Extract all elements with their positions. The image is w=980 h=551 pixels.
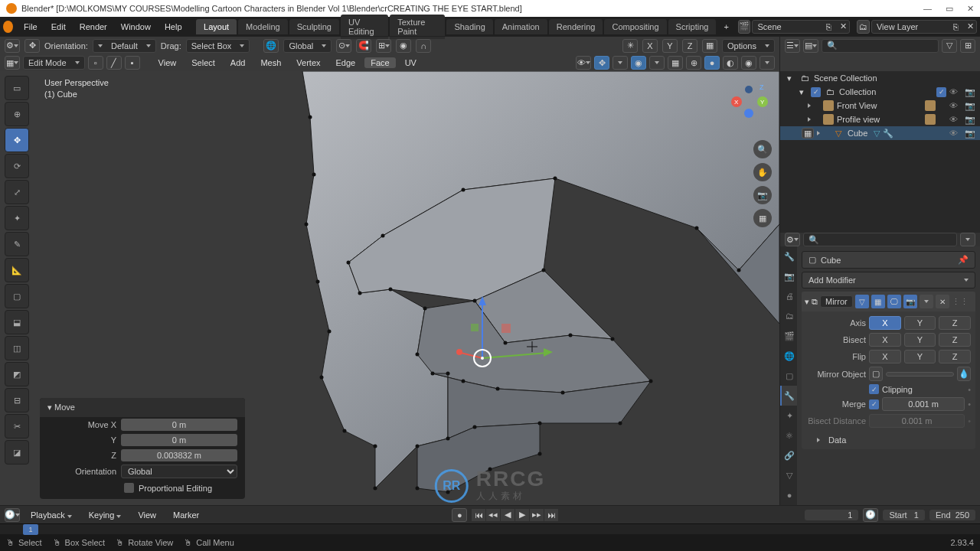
workspace-add-icon[interactable]: + [717,19,734,34]
timeline-playback[interactable]: Playback [24,510,78,520]
next-key-icon[interactable]: ▸▸ [530,509,544,521]
outliner-collection[interactable]: ▾✓🗀Collection ✓👁📷 [780,85,980,99]
timeline-editor-icon[interactable]: 🕐 [5,508,20,522]
autokey-icon[interactable]: ● [452,508,467,522]
transform-orient-dropdown[interactable]: Global [283,39,332,53]
timeline-marker[interactable]: Marker [167,510,205,520]
proportional-edit-icon[interactable]: ◉ [396,39,411,53]
play-icon[interactable]: ▶ [515,509,529,521]
editor-type-icon[interactable]: ▦ [5,56,20,70]
tab-render[interactable]: 📷 [780,266,797,286]
tab-material[interactable]: ● [780,485,797,505]
tool-transform[interactable]: ✦ [5,206,29,230]
mod-editmode-icon[interactable]: ▽ [855,295,869,308]
orientation-select[interactable]: Global [121,465,237,478]
tool-cursor[interactable]: ⊕ [5,102,29,126]
menu-help[interactable]: Help [158,19,188,34]
tool-polybuild[interactable]: ◪ [5,440,29,465]
gizmo-options-icon[interactable] [612,56,628,70]
viewlayer-delete-icon[interactable]: ✕ [962,21,976,31]
merge-checkbox[interactable]: ✓ [869,399,879,409]
properties-search[interactable]: 🔍 [803,233,957,246]
vertex-select-icon[interactable]: ▫ [88,56,103,70]
mode-dropdown[interactable]: Edit Mode [23,56,85,70]
tab-physics[interactable]: ⚛ [780,425,797,445]
correct-face-icon[interactable]: ▦ [702,39,717,53]
modifier-name[interactable]: Mirror [820,295,853,308]
orientation-dropdown[interactable]: Default [93,39,156,53]
close-icon[interactable]: ✕ [967,4,974,14]
zoom-icon[interactable]: 🔍 [753,140,772,158]
outliner-item-frontview[interactable]: Front View 👁📷 [780,99,980,112]
minimize-icon[interactable]: — [923,4,932,14]
workspace-texpaint[interactable]: Texture Paint [390,15,445,39]
flip-z-button[interactable]: Z [939,350,971,364]
scene-new-icon[interactable]: ⎘ [822,22,835,31]
collection-enable-checkbox[interactable]: ✓ [811,87,821,97]
mod-cage-icon[interactable]: ▦ [871,295,885,308]
mod-delete-icon[interactable]: ✕ [936,295,949,308]
tab-modifier[interactable]: 🔧 [780,386,797,406]
axis-z-button[interactable]: Z [939,316,971,330]
add-modifier-button[interactable]: Add Modifier [802,272,975,289]
move-x-value[interactable]: 0 m [121,419,237,431]
viewlayer-browse-icon[interactable]: 🗂 [857,20,870,34]
eyedropper-icon[interactable]: 💧 [957,367,971,381]
operator-panel-header[interactable]: ▾ Move [40,398,245,417]
tool-add-cube[interactable]: ▢ [5,284,29,308]
persp-toggle-icon[interactable]: ▦ [753,209,772,227]
tool-settings-icon[interactable]: ⚙ [5,39,20,53]
outliner-mode-icon[interactable]: ▦ [802,128,814,139]
menu-render[interactable]: Render [74,19,113,34]
mod-render-icon[interactable]: 📷 [903,295,917,308]
menu-view[interactable]: View [152,57,183,68]
menu-file[interactable]: File [18,19,44,34]
timeline-view[interactable]: View [132,510,162,520]
tool-rotate[interactable]: ⟳ [5,154,29,178]
mod-extra-icon[interactable] [920,295,933,308]
scene-delete-icon[interactable]: ✕ [835,21,849,31]
workspace-modeling[interactable]: Modeling [238,19,288,34]
menu-edge[interactable]: Edge [330,57,362,68]
edge-select-icon[interactable]: ╱ [106,56,122,70]
xray-toggle-icon[interactable]: ▦ [668,56,683,70]
mesh-automerge-icon[interactable]: ✳ [622,39,638,53]
tool-move[interactable]: ✥ [5,128,29,152]
transform-orient-icon[interactable]: 🌐 [263,39,279,53]
playhead[interactable]: 1 [23,524,38,535]
camera-filter-icon[interactable]: 📷 [965,87,977,97]
data-subpanel-label[interactable]: Data [828,435,846,445]
timeline-track[interactable]: 1 [0,523,980,534]
outliner[interactable]: ▾🗀Scene Collection ▾✓🗀Collection ✓👁📷 Fro… [780,71,980,233]
bisect-y-button[interactable]: Y [904,333,936,347]
end-frame[interactable]: End 250 [929,510,975,520]
workspace-rendering[interactable]: Rendering [549,19,603,34]
shading-wireframe-icon[interactable]: ⊕ [686,56,701,70]
shading-options-icon[interactable] [760,56,775,70]
move-y-value[interactable]: 0 m [121,434,237,446]
scene-selector[interactable]: Scene ⎘ ✕ [752,20,850,34]
overlay-options-icon[interactable] [649,56,665,70]
start-frame[interactable]: Start 1 [883,510,925,520]
menu-face[interactable]: Face [364,57,395,68]
play-reverse-icon[interactable]: ◀ [501,509,514,521]
pin-icon[interactable]: 📌 [958,255,969,265]
shading-solid-icon[interactable]: ● [704,56,720,70]
snap-options-icon[interactable]: ⊞ [376,39,391,53]
tool-annotate[interactable]: ✎ [5,232,29,256]
outliner-item-cube[interactable]: ▦▽Cube ▽🔧 👁📷 [780,126,980,140]
drag-icon[interactable]: ✥ [24,39,40,53]
workspace-layout[interactable]: Layout [196,19,237,34]
object-datablock[interactable]: ▢Cube📌 [802,251,975,269]
outliner-editor-icon[interactable]: ☰ [785,39,800,53]
mod-drag-icon[interactable]: ⋮⋮ [952,297,969,307]
viewlayer-new-icon[interactable]: ⎘ [949,22,962,31]
mod-viewport-icon[interactable]: 🖵 [887,295,901,308]
bisect-x-button[interactable]: X [869,333,901,347]
snap-z-button[interactable]: Z [682,39,697,53]
tab-viewlayer[interactable]: 🗂 [780,306,797,326]
blender-logo-icon[interactable] [3,21,13,33]
menu-vertex[interactable]: Vertex [290,57,326,68]
menu-add[interactable]: Add [224,57,252,68]
scene-browse-icon[interactable]: 🎬 [738,20,751,34]
